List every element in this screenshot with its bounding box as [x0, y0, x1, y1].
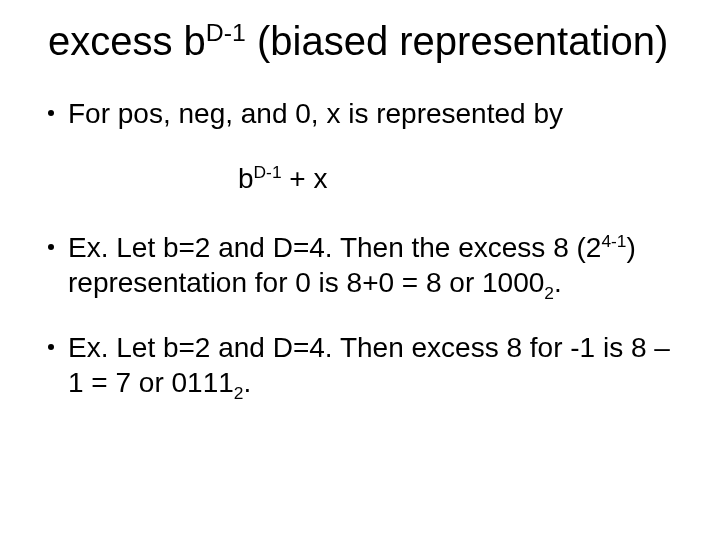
- bullet-text: Ex. Let b=2 and D=4. Then the excess 8 (…: [68, 230, 684, 300]
- slide-title: excess bD-1 (biased representation): [48, 18, 684, 64]
- bullet-icon: [48, 244, 54, 250]
- formula-post: + x: [282, 163, 328, 194]
- exponent: 4-1: [601, 231, 626, 251]
- text-run: Ex. Let b=2 and D=4. Then excess 8 for -…: [68, 332, 670, 398]
- text-run: .: [243, 367, 251, 398]
- title-exponent: D-1: [206, 19, 246, 46]
- bullet-text: Ex. Let b=2 and D=4. Then excess 8 for -…: [68, 330, 684, 400]
- slide: excess bD-1 (biased representation) For …: [0, 0, 720, 540]
- subscript: 2: [544, 283, 554, 303]
- formula-pre: b: [238, 163, 254, 194]
- title-text-post: (biased representation): [246, 19, 668, 63]
- bullet-text: For pos, neg, and 0, x is represented by: [68, 96, 684, 131]
- bullet-item: Ex. Let b=2 and D=4. Then the excess 8 (…: [48, 230, 684, 300]
- bullet-item: Ex. Let b=2 and D=4. Then excess 8 for -…: [48, 330, 684, 400]
- formula-line: bD-1 + x: [238, 161, 684, 196]
- text-run: .: [554, 267, 562, 298]
- slide-body: For pos, neg, and 0, x is represented by…: [48, 96, 684, 400]
- text-run: Ex. Let b=2 and D=4. Then the excess 8 (…: [68, 232, 601, 263]
- bullet-icon: [48, 110, 54, 116]
- bullet-icon: [48, 344, 54, 350]
- title-text-pre: excess b: [48, 19, 206, 63]
- bullet-item: For pos, neg, and 0, x is represented by: [48, 96, 684, 131]
- formula-exponent: D-1: [254, 162, 282, 182]
